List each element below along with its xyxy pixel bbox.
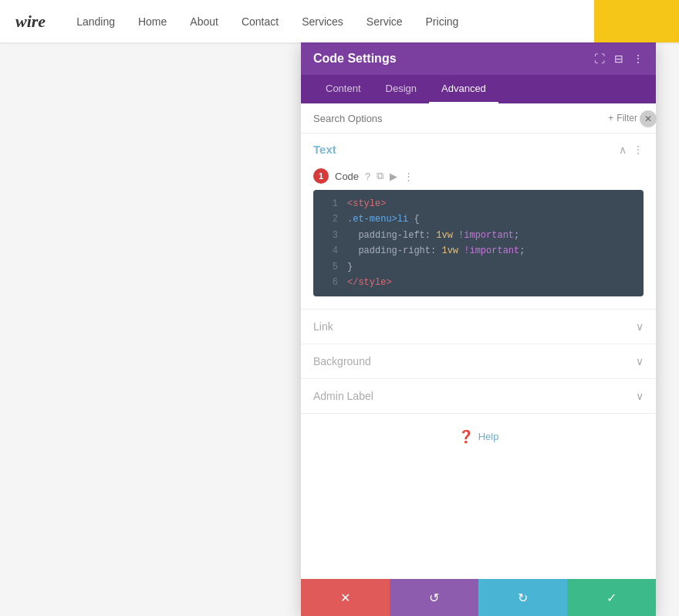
link-chevron-down-icon: ∨ xyxy=(636,320,644,333)
modal-tabs: Content Design Advanced xyxy=(301,75,656,103)
text-section-more-icon[interactable]: ⋮ xyxy=(633,144,644,156)
line-num-6: 6 xyxy=(323,275,338,290)
line-content-6: </style> xyxy=(347,275,634,290)
admin-label-section: Admin Label ∨ xyxy=(301,379,656,414)
columns-icon[interactable]: ⊟ xyxy=(614,52,623,65)
yellow-accent-block xyxy=(594,0,679,42)
search-options-wrap xyxy=(313,111,602,125)
modal-body: Text ∧ ⋮ 1 Code ? ⧉ ▶ ⋮ xyxy=(301,134,656,616)
line-num-1: 1 xyxy=(323,196,338,212)
modal-header: Code Settings ⛶ ⊟ ⋮ xyxy=(301,42,656,75)
search-options-input[interactable] xyxy=(313,113,602,124)
code-line-6: 6 </style> xyxy=(313,275,644,290)
page-content: Code Settings ⛶ ⊟ ⋮ Content Design Advan… xyxy=(0,42,679,616)
help-section: ❓ Help xyxy=(301,414,656,459)
text-section-chevron-icon[interactable]: ∧ xyxy=(619,144,627,156)
help-icon: ❓ xyxy=(458,429,474,444)
nav-item-home[interactable]: Home xyxy=(138,15,167,29)
save-button[interactable]: ✓ xyxy=(567,579,656,616)
code-line-1: 1 <style> xyxy=(313,196,644,212)
undo-button[interactable]: ↺ xyxy=(390,579,478,616)
code-editor[interactable]: 1 <style> 2 .et-menu>li { 3 xyxy=(313,190,644,296)
line-content-5: } xyxy=(347,259,634,275)
code-line-4: 4 padding-right: 1vw !important; xyxy=(313,243,644,259)
code-line-5: 5 } xyxy=(313,259,644,275)
code-settings-panel: Code Settings ⛶ ⊟ ⋮ Content Design Advan… xyxy=(301,42,656,616)
admin-label-section-header[interactable]: Admin Label ∨ xyxy=(301,379,656,413)
bottom-action-bar: ✕ ↺ ↻ ✓ xyxy=(301,579,656,616)
link-section: Link ∨ xyxy=(301,310,656,344)
filter-plus-icon: + xyxy=(608,113,613,124)
nav-item-contact[interactable]: Contact xyxy=(242,15,279,29)
redo-button[interactable]: ↻ xyxy=(478,579,567,616)
admin-label-section-title: Admin Label xyxy=(313,390,373,402)
search-bar: + Filter xyxy=(301,103,656,134)
tab-content[interactable]: Content xyxy=(313,75,373,103)
modal-header-icons: ⛶ ⊟ ⋮ xyxy=(594,52,644,65)
line-content-4: padding-right: 1vw !important; xyxy=(347,243,634,259)
background-section-title: Background xyxy=(313,355,371,367)
link-section-title: Link xyxy=(313,320,333,333)
nav-item-landing[interactable]: Landing xyxy=(76,15,115,29)
text-section-header: Text ∧ ⋮ xyxy=(301,134,656,165)
text-section-title: Text xyxy=(313,143,336,156)
top-nav: wire Landing Home About Contact Services… xyxy=(0,0,679,42)
background-chevron-down-icon: ∨ xyxy=(636,355,644,367)
nav-item-service[interactable]: Service xyxy=(367,15,403,29)
code-label: Code xyxy=(335,171,359,182)
nav-item-pricing[interactable]: Pricing xyxy=(426,15,459,29)
nav-item-about[interactable]: About xyxy=(190,15,218,29)
nav-links: Landing Home About Contact Services Serv… xyxy=(76,15,458,29)
cancel-button[interactable]: ✕ xyxy=(301,579,390,616)
code-line-3: 3 padding-left: 1vw !important; xyxy=(313,228,644,243)
background-section: Background ∨ xyxy=(301,344,656,379)
line-num-5: 5 xyxy=(323,259,338,275)
tab-design[interactable]: Design xyxy=(373,75,429,103)
code-more-icon[interactable]: ⋮ xyxy=(404,171,414,182)
code-badge: 1 xyxy=(313,168,329,184)
link-section-header[interactable]: Link ∨ xyxy=(301,310,656,344)
code-row: 1 Code ? ⧉ ▶ ⋮ xyxy=(301,165,656,190)
close-icon[interactable]: ✕ xyxy=(640,110,657,127)
line-num-4: 4 xyxy=(323,243,338,259)
admin-label-chevron-down-icon: ∨ xyxy=(636,390,644,402)
line-content-1: <style> xyxy=(347,196,634,212)
text-section: Text ∧ ⋮ 1 Code ? ⧉ ▶ ⋮ xyxy=(301,134,656,310)
nav-item-services[interactable]: Services xyxy=(302,15,343,29)
line-content-2: .et-menu>li { xyxy=(347,212,634,227)
code-copy-icon[interactable]: ⧉ xyxy=(377,170,383,182)
tab-advanced[interactable]: Advanced xyxy=(429,75,498,103)
code-line-2: 2 .et-menu>li { xyxy=(313,212,644,227)
line-num-3: 3 xyxy=(323,228,338,243)
more-options-icon[interactable]: ⋮ xyxy=(633,52,644,65)
fullscreen-icon[interactable]: ⛶ xyxy=(594,52,605,65)
background-section-header[interactable]: Background ∨ xyxy=(301,344,656,378)
code-help-icon[interactable]: ? xyxy=(365,171,370,182)
filter-button[interactable]: + Filter xyxy=(602,111,644,125)
text-section-actions: ∧ ⋮ xyxy=(619,144,644,156)
logo: wire xyxy=(15,12,46,32)
help-label[interactable]: Help xyxy=(478,431,499,442)
code-cursor-icon[interactable]: ▶ xyxy=(390,171,397,182)
modal-title: Code Settings xyxy=(313,52,397,66)
line-content-3: padding-left: 1vw !important; xyxy=(347,228,634,243)
line-num-2: 2 xyxy=(323,212,338,227)
